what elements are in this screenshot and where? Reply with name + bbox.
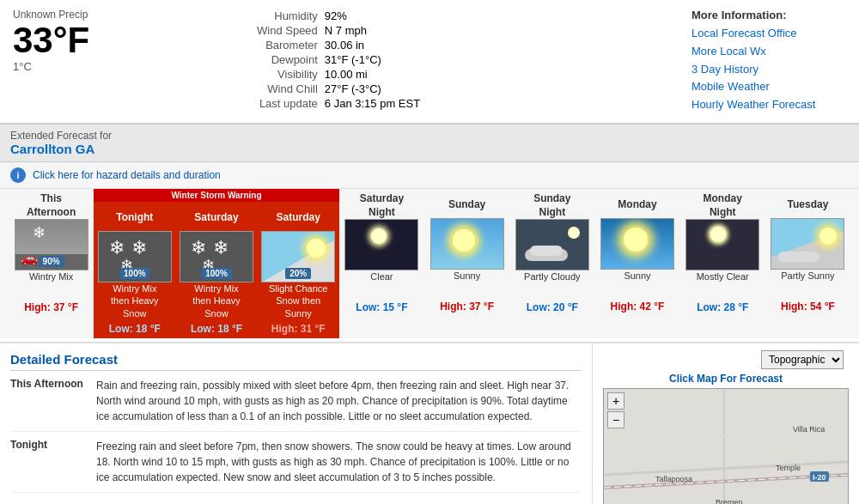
weather-img-saturday-slight: 20% <box>261 231 335 282</box>
pct-badge-saturday-slight: 20% <box>285 268 311 279</box>
condition-tuesday: Partly Sunny <box>767 270 849 297</box>
day-label-saturday-night: SaturdayNight <box>341 192 423 219</box>
dewpoint-label: Dewpoint <box>253 52 321 67</box>
forecast-item-monday-night: MondayNight Mostly Clear Low: 28 °F <box>680 189 765 338</box>
condition-saturday-slight: Slight ChanceSnow thenSunny <box>259 282 338 319</box>
visibility-label: Visibility <box>253 67 321 82</box>
weather-img-monday-night <box>685 219 759 270</box>
map-type-select[interactable]: Topographic <box>761 350 844 369</box>
temp-tonight: Low: 18 °F <box>95 323 174 335</box>
map-container[interactable]: + − Tallapoosa Bremen Temple Vi <box>603 388 849 504</box>
pct-badge-saturday-storm: 100% <box>201 268 232 279</box>
forecast-item-saturday-storm: Saturday ❄ ❄ ❄ 100% Wintry Mixthen Heavy… <box>175 202 257 338</box>
hazard-info-bar[interactable]: i Click here for hazard details and dura… <box>0 162 859 189</box>
wind-chill-value: 27°F (-3°C) <box>321 82 423 96</box>
forecast-item-sunday-night: SundayNight Partly Cloudy Low: 20 °F <box>509 189 594 338</box>
svg-text:I-20: I-20 <box>813 473 826 482</box>
detailed-forecast-panel: Detailed Forecast This Afternoon Rain an… <box>0 343 592 504</box>
hazard-link[interactable]: Click here for hazard details and durati… <box>33 169 221 181</box>
link-hourly-forecast[interactable]: Hourly Weather Forecast <box>691 96 846 114</box>
barometer-row: Barometer 30.06 in <box>253 38 423 52</box>
info-icon: i <box>10 167 26 183</box>
more-info-title: More Information: <box>691 9 846 21</box>
dewpoint-row: Dewpoint 31°F (-1°C) <box>253 52 423 67</box>
forecast-item-monday: Monday Sunny High: 42 °F <box>594 189 679 338</box>
desc-tonight: Freezing rain and sleet before 7pm, then… <box>96 439 582 485</box>
barometer-value: 30.06 in <box>321 38 423 52</box>
weather-img-this-afternoon: 🚗 ❄ 90% <box>15 219 88 270</box>
location-name: Carrollton GA <box>10 142 849 156</box>
pct-badge-this-afternoon: 90% <box>39 256 64 267</box>
map-click-label[interactable]: Click Map For Forecast <box>603 373 849 385</box>
conditions-table: Humidity 92% Wind Speed N 7 mph Baromete… <box>253 9 423 111</box>
precip-label: Unknown Precip <box>13 9 150 21</box>
condition-sunday-night: Partly Cloudy <box>511 270 593 298</box>
condition-sunday: Sunny <box>426 270 508 297</box>
humidity-label: Humidity <box>253 9 321 23</box>
day-label-monday: Monday <box>596 192 678 218</box>
visibility-row: Visibility 10.00 mi <box>253 67 423 82</box>
extended-label: Extended Forecast for <box>10 130 849 142</box>
link-mobile-weather[interactable]: Mobile Weather <box>691 78 846 96</box>
forecast-item-saturday-night: SaturdayNight Clear Low: 15 °F <box>339 189 424 338</box>
forecast-item-tuesday: Tuesday Partly Sunny High: 54 °F <box>765 189 850 338</box>
weather-img-sunday <box>430 218 504 270</box>
condition-saturday-night: Clear <box>341 270 423 298</box>
zoom-in-button[interactable]: + <box>607 392 624 410</box>
current-temp-f: 33°F <box>13 21 150 60</box>
last-update-row: Last update 6 Jan 3:15 pm EST <box>253 96 423 111</box>
condition-this-afternoon: Wintry Mix <box>10 270 92 298</box>
day-label-monday-night: MondayNight <box>682 192 764 219</box>
period-this-afternoon: This Afternoon <box>10 378 96 424</box>
day-label-this-afternoon: ThisAfternoon <box>10 192 92 219</box>
detailed-forecast-title: Detailed Forecast <box>10 352 582 371</box>
storm-warning-group: Winter Storm Warning Tonight ❄ ❄ ❄ 100% … <box>94 189 339 338</box>
wind-speed-label: Wind Speed <box>253 23 321 38</box>
svg-text:Tallapoosa: Tallapoosa <box>655 475 692 483</box>
weather-img-tonight: ❄ ❄ ❄ 100% <box>98 231 172 282</box>
temp-monday: High: 42 °F <box>596 301 678 313</box>
day-label-tonight: Tonight <box>95 205 174 231</box>
storm-warning-banner: Winter Storm Warning <box>94 189 339 202</box>
forecast-section: ThisAfternoon 🚗 ❄ 90% Wintry Mix High: 3… <box>0 189 859 338</box>
map-panel: Topographic Click Map For Forecast + − <box>592 343 859 504</box>
pct-badge-tonight: 100% <box>119 268 150 279</box>
condition-tonight: Wintry Mixthen HeavySnow <box>95 282 174 319</box>
temp-saturday-night: Low: 15 °F <box>341 301 423 313</box>
detailed-row-tonight: Tonight Freezing rain and sleet before 7… <box>10 439 582 493</box>
humidity-row: Humidity 92% <box>253 9 423 23</box>
barometer-label: Barometer <box>253 38 321 52</box>
day-label-saturday-storm: Saturday <box>177 205 255 231</box>
weather-img-saturday-night <box>344 219 418 270</box>
link-3day-history[interactable]: 3 Day History <box>691 61 846 79</box>
svg-text:Temple: Temple <box>776 464 801 472</box>
link-more-local-wx[interactable]: More Local Wx <box>691 43 846 61</box>
detailed-row-this-afternoon: This Afternoon Rain and freezing rain, p… <box>10 378 582 432</box>
weather-img-monday <box>600 218 674 270</box>
last-update-value: 6 Jan 3:15 pm EST <box>321 96 423 111</box>
bottom-section: Detailed Forecast This Afternoon Rain an… <box>0 342 859 504</box>
weather-img-sunday-night <box>515 219 589 270</box>
day-label-tuesday: Tuesday <box>767 192 849 218</box>
wind-speed-value: N 7 mph <box>321 23 423 38</box>
day-label-saturday-slight: Saturday <box>259 205 338 231</box>
wind-chill-row: Wind Chill 27°F (-3°C) <box>253 82 423 96</box>
wind-chill-label: Wind Chill <box>253 82 321 96</box>
temp-sunday-night: Low: 20 °F <box>511 301 593 313</box>
forecast-item-tonight: Tonight ❄ ❄ ❄ 100% Wintry Mixthen HeavyS… <box>94 202 175 338</box>
temp-this-afternoon: High: 37 °F <box>10 301 92 313</box>
temp-saturday-storm: Low: 18 °F <box>177 323 255 335</box>
map-zoom-controls: + − <box>607 392 624 428</box>
map-controls: Topographic <box>603 350 849 369</box>
temp-sunday: High: 37 °F <box>426 301 508 313</box>
zoom-out-button[interactable]: − <box>607 411 624 428</box>
forecast-item-sunday: Sunday Sunny High: 37 °F <box>424 189 509 338</box>
more-info-section: More Information: Local Forecast Office … <box>674 9 846 114</box>
link-local-forecast[interactable]: Local Forecast Office <box>691 25 846 43</box>
svg-text:Bremen: Bremen <box>716 498 743 504</box>
current-conditions-left: Unknown Precip 33°F 1°C <box>13 9 150 114</box>
day-label-sunday-night: SundayNight <box>511 192 593 219</box>
weather-img-saturday-storm: ❄ ❄ ❄ 100% <box>180 231 253 282</box>
last-update-label: Last update <box>253 96 321 111</box>
day-label-sunday: Sunday <box>426 192 508 218</box>
